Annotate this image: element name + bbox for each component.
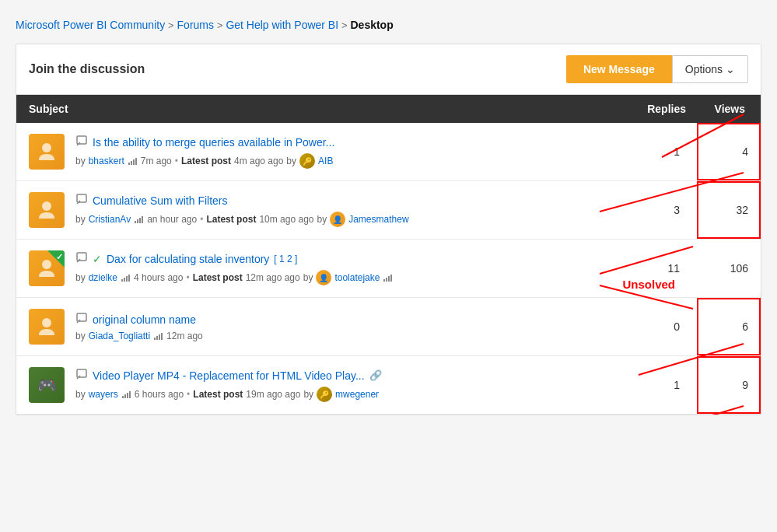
thread-author[interactable]: dzielke (89, 272, 117, 283)
svg-rect-1 (77, 136, 86, 144)
latest-by-label: by (317, 214, 327, 225)
thread-author[interactable]: CristianAv (89, 214, 131, 225)
avatar (29, 134, 65, 170)
separator-dot: • (187, 389, 190, 400)
by-label: by (75, 331, 86, 341)
signal-bars-icon (128, 157, 137, 165)
table-row: ✓✓Dax for calculating stale inventory[ 1… (16, 240, 761, 298)
latest-post-label: Latest post (193, 272, 243, 283)
svg-rect-7 (77, 253, 86, 261)
table-header: Subject Replies Views (16, 95, 761, 123)
thread-title-text[interactable]: original column name (93, 313, 196, 326)
thread-views-count: 32 (686, 204, 748, 216)
thread-meta: by wayers 6 hours ago • Latest post 19m … (75, 387, 624, 402)
latest-post-avatar: 👤 (330, 212, 345, 227)
post-icon (75, 312, 88, 327)
thread-replies-count: 1 (624, 379, 686, 391)
thread-title-text[interactable]: Is the ability to merge queries availabl… (93, 136, 334, 149)
header-actions: New Message Options ⌄ (566, 55, 748, 83)
options-button[interactable]: Options ⌄ (672, 55, 748, 83)
post-icon (75, 251, 88, 266)
signal-bars-icon-2 (383, 274, 392, 282)
thread-views-count: 9 (686, 379, 748, 391)
table-row: Is the ability to merge queries availabl… (16, 123, 761, 181)
thread-author[interactable]: Giada_Togliatti (89, 331, 150, 341)
latest-post-label: Latest post (206, 214, 256, 225)
thread-replies-count: 3 (624, 204, 686, 216)
thread-meta: by Giada_Togliatti 12m ago (75, 331, 624, 341)
latest-post-author[interactable]: toolatejake (334, 272, 380, 283)
thread-meta: by dzielke 4 hours ago • Latest post 12m… (75, 270, 624, 285)
table-row: 🎮Video Player MP4 - Replacement for HTML… (16, 356, 761, 415)
svg-point-9 (42, 318, 51, 327)
latest-post-avatar: 🔑 (299, 153, 315, 169)
by-label: by (75, 389, 86, 400)
thread-content: ✓Dax for calculating stale inventory[ 1 … (75, 251, 624, 285)
new-message-button[interactable]: New Message (566, 55, 672, 83)
separator-dot: • (186, 272, 189, 283)
post-icon (75, 193, 88, 208)
thread-title-text[interactable]: Cumulative Sum with Filters (93, 194, 228, 207)
thread-time: 4 hours ago (134, 272, 183, 283)
col-header-views: Views (686, 103, 748, 115)
thread-content: original column nameby Giada_Togliatti 1… (75, 312, 624, 341)
thread-author[interactable]: wayers (89, 389, 118, 400)
thread-time: 6 hours ago (135, 389, 184, 400)
thread-title[interactable]: Cumulative Sum with Filters (75, 193, 624, 208)
thread-replies-count: 11 (624, 262, 686, 275)
latest-post-author[interactable]: mwegener (335, 389, 379, 400)
latest-by-label: by (303, 389, 313, 400)
thread-content: Video Player MP4 - Replacement for HTML … (75, 368, 624, 402)
thread-title[interactable]: Is the ability to merge queries availabl… (75, 135, 624, 149)
latest-by-label: by (286, 156, 296, 166)
breadcrumb-item-desktop: Desktop (350, 19, 393, 31)
post-icon (75, 368, 88, 383)
thread-time: an hour ago (147, 214, 197, 225)
thread-title[interactable]: ✓Dax for calculating stale inventory[ 1 … (75, 251, 624, 266)
post-icon (75, 135, 88, 149)
chevron-down-icon: ⌄ (726, 63, 735, 75)
latest-post-time: 4m ago ago (234, 156, 283, 166)
forum-container: Join the discussion New Message Options … (16, 44, 761, 415)
svg-rect-4 (77, 194, 86, 202)
avatar (29, 192, 65, 228)
signal-bars-icon (135, 215, 143, 223)
separator-dot: • (175, 156, 178, 166)
by-label: by (75, 156, 86, 166)
avatar: 🎮 (29, 367, 65, 403)
breadcrumb-sep-3: > (341, 19, 348, 31)
thread-replies-count: 1 (624, 145, 686, 158)
thread-title[interactable]: Video Player MP4 - Replacement for HTML … (75, 368, 624, 383)
by-label: by (75, 272, 86, 283)
avatar: ✓ (29, 250, 65, 286)
thread-author[interactable]: bhaskert (89, 156, 124, 166)
svg-rect-12 (77, 369, 86, 377)
signal-bars-icon (154, 332, 163, 340)
avatar (29, 309, 65, 345)
svg-point-0 (42, 143, 51, 152)
thread-title-text[interactable]: Video Player MP4 - Replacement for HTML … (93, 369, 365, 382)
breadcrumb-sep-2: > (217, 19, 223, 31)
thread-title-text[interactable]: Dax for calculating stale inventory (107, 253, 269, 265)
svg-rect-10 (77, 313, 86, 321)
by-label: by (75, 214, 86, 225)
breadcrumb-item-community[interactable]: Microsoft Power BI Community (16, 19, 165, 31)
thread-views-count: 106 (686, 262, 748, 275)
attachment-link-icon: 🔗 (369, 369, 382, 381)
thread-views-count: 4 (686, 145, 748, 158)
thread-views-count: 6 (686, 320, 748, 333)
thread-replies-count: 0 (624, 320, 686, 333)
latest-post-author[interactable]: Jamesmathew (348, 214, 408, 225)
thread-content: Is the ability to merge queries availabl… (75, 135, 624, 169)
latest-post-time: 10m ago ago (259, 214, 313, 225)
thread-title[interactable]: original column name (75, 312, 624, 327)
latest-post-author[interactable]: AIB (318, 156, 333, 166)
svg-point-3 (42, 201, 51, 211)
latest-post-time: 12m ago ago (246, 272, 300, 283)
latest-post-avatar: 👤 (316, 270, 331, 285)
thread-time: 12m ago (166, 331, 203, 341)
forum-header: Join the discussion New Message Options … (16, 44, 761, 95)
breadcrumb-item-forums[interactable]: Forums (177, 19, 214, 31)
breadcrumb-item-gethelp[interactable]: Get Help with Power BI (226, 19, 338, 31)
thread-meta: by bhaskert 7m ago • Latest post 4m ago … (75, 153, 624, 169)
